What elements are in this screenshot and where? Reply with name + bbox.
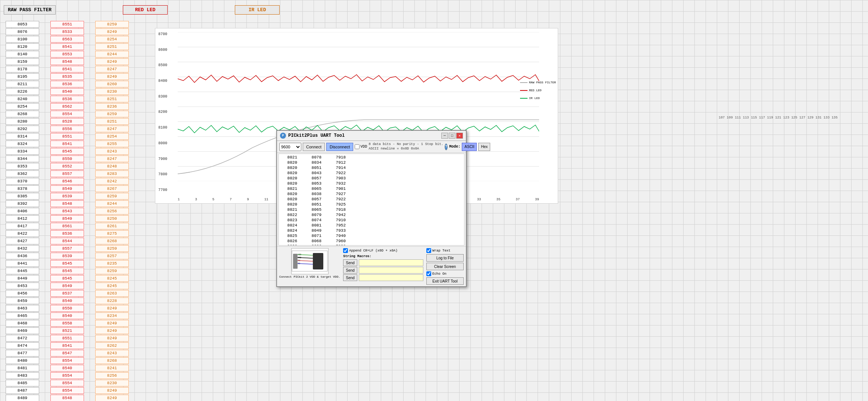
table-row: 8556 <box>50 126 84 132</box>
maximize-button[interactable]: □ <box>449 133 455 139</box>
close-button[interactable]: ✕ <box>456 133 463 139</box>
uart-val-2: 8079 <box>305 212 321 218</box>
y-axis-label: 7900 <box>158 157 167 161</box>
echo-on-option: Echo On <box>426 271 464 276</box>
uart-val-3: 7940 <box>329 233 346 238</box>
list-item: 802180787918 <box>280 155 463 160</box>
table-row: 8412 <box>6 215 39 222</box>
table-row: 8537 <box>50 290 84 297</box>
table-row: 8243 <box>95 350 129 357</box>
list-item: 802080387927 <box>280 191 463 197</box>
table-row: 8550 <box>50 155 84 162</box>
chart-legend: RAW PASS FILTER RED LED IR LED <box>520 81 556 100</box>
x-axis-label: 7 <box>230 198 231 201</box>
table-row: 8453 <box>6 283 39 289</box>
uart-val-3: 7933 <box>329 228 346 233</box>
table-row: 8242 <box>95 178 129 185</box>
table-row: 8257 <box>95 253 129 259</box>
uart-val-2: 8051 <box>305 165 321 170</box>
uart-val-2: 8049 <box>305 228 321 233</box>
right-buttons: Wrap Text Log to File Clear Screen Echo … <box>426 248 464 285</box>
raw-pass-label: RAW PASS FILTER <box>4 5 56 15</box>
dialog-icon: P <box>280 133 286 139</box>
table-row: 8541 <box>50 43 84 50</box>
list-item: 802080347912 <box>280 160 463 165</box>
circuit-connect-text: Connect PICkit 2 VDD & target VDD. <box>279 275 340 278</box>
table-row: 8480 <box>6 357 39 364</box>
table-row: 8546 <box>50 178 84 185</box>
circuit-svg: VDD GND TX RX <box>291 250 329 272</box>
connect-button[interactable]: Connect <box>303 143 325 151</box>
header-bar: RAW PASS FILTER RED LED IR LED <box>0 0 868 19</box>
uart-val-2: 8053 <box>305 181 321 186</box>
table-row: 8261 <box>95 223 129 229</box>
echo-on-checkbox[interactable] <box>426 271 431 276</box>
table-row: 8545 <box>50 268 84 274</box>
table-row: 8417 <box>6 223 39 229</box>
wrap-text-checkbox[interactable] <box>426 248 431 253</box>
exit-uart-button[interactable]: Exit UART Tool <box>426 277 464 285</box>
uart-val-2: 8057 <box>305 176 321 181</box>
table-row: 8536 <box>50 96 84 102</box>
table-row: 8251 <box>95 96 129 102</box>
macro-input-3[interactable] <box>359 274 423 281</box>
table-row: 8254 <box>6 103 39 110</box>
uart-val-1: 8020 <box>280 176 297 181</box>
uart-data-display[interactable]: 8021807879188020803479128020805179148020… <box>279 154 464 246</box>
baud-rate-select[interactable]: 9600 115200 <box>279 143 301 151</box>
macro-send-1[interactable]: Send <box>343 259 357 266</box>
ascii-button[interactable]: ASCII <box>462 143 477 151</box>
append-checkbox[interactable] <box>343 248 348 253</box>
x-axis-label: 11 <box>264 198 268 201</box>
log-to-file-button[interactable]: Log to File <box>426 254 464 262</box>
table-row: 8436 <box>6 253 39 259</box>
table-row: 8539 <box>50 253 84 259</box>
hex-button[interactable]: Hex <box>478 143 490 151</box>
table-row: 8195 <box>6 73 39 80</box>
string-macros: Append CR+LF (x0D + x0A) String Macros: … <box>343 248 423 282</box>
table-row: 8262 <box>95 342 129 349</box>
vdd-label: VDD <box>360 145 367 149</box>
legend-raw-line <box>520 82 528 83</box>
y-axis-label: 8000 <box>158 141 167 145</box>
macro-input-1[interactable] <box>359 259 423 266</box>
table-row: 8249 <box>95 335 129 342</box>
macro-input-2[interactable] <box>359 267 423 274</box>
table-row: 8487 <box>6 387 39 394</box>
table-row: 8268 <box>95 238 129 244</box>
table-row: 8249 <box>95 320 129 327</box>
uart-val-2: 8081 <box>305 223 321 228</box>
macro-send-3[interactable]: Send <box>343 274 357 281</box>
help-button[interactable]: ? <box>445 144 448 150</box>
uart-val-1: 8025 <box>280 233 297 238</box>
clear-screen-button[interactable]: Clear Screen <box>426 263 464 270</box>
vdd-check[interactable]: VDD <box>355 144 367 149</box>
uart-val-3: 7901 <box>329 186 346 191</box>
table-row: 8251 <box>95 43 129 50</box>
dialog-controls[interactable]: ─ □ ✕ <box>441 133 463 139</box>
uart-val-1: 8023 <box>280 218 297 223</box>
uart-val-1: 8020 <box>280 165 297 170</box>
minimize-button[interactable]: ─ <box>441 133 448 139</box>
uart-val-2: 8057 <box>305 197 321 202</box>
table-row: 8477 <box>6 350 39 357</box>
vdd-checkbox[interactable] <box>355 144 360 149</box>
x-axis-label: 33 <box>477 198 481 201</box>
append-label: Append CR+LF (x0D + x0A) <box>349 249 398 253</box>
table-row: 8549 <box>50 283 84 289</box>
table-row: 8249 <box>95 73 129 80</box>
table-row: 8539 <box>50 193 84 200</box>
x-axis-label: 1 <box>178 198 180 201</box>
disconnect-button[interactable]: Disconnect <box>326 143 353 151</box>
red-led-label: RED LED <box>123 5 168 15</box>
append-option: Append CR+LF (x0D + x0A) <box>343 248 423 253</box>
legend-raw-label: RAW PASS FILTER <box>529 81 556 84</box>
table-row: 8441 <box>6 260 39 267</box>
legend-ir-line <box>520 98 528 99</box>
table-row: 8247 <box>95 126 129 132</box>
uart-val-3: 7927 <box>329 191 346 197</box>
table-row: 8540 <box>50 297 84 304</box>
table-row: 8249 <box>95 28 129 35</box>
macro-send-2[interactable]: Send <box>343 267 357 274</box>
table-row: 8547 <box>50 350 84 357</box>
